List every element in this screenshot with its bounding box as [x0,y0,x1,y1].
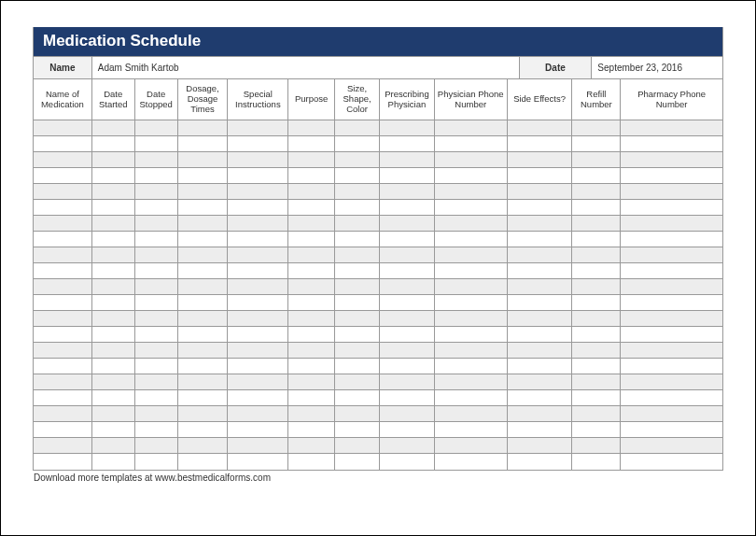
table-cell [34,454,92,470]
table-cell [621,184,722,200]
table-cell [34,200,92,216]
table-cell [135,279,178,295]
table-cell [335,279,380,295]
table-cell [92,374,135,390]
table-cell [621,247,722,263]
table-row [34,374,722,390]
table-cell [621,406,722,422]
table-cell [335,168,380,184]
table-cell [508,406,573,422]
table-cell [380,152,435,168]
table-cell [288,232,335,247]
table-cell [508,247,573,263]
table-cell [380,327,435,343]
table-cell [380,247,435,263]
table-cell [288,390,335,406]
data-body [34,120,722,470]
table-cell [435,184,508,200]
table-cell [178,168,229,184]
column-headers-row: Name of Medication Date Started Date Sto… [34,79,722,120]
table-cell [228,390,288,406]
table-cell [178,343,229,359]
table-cell [380,232,435,247]
table-cell [335,422,380,438]
table-row [34,359,722,374]
table-cell [621,311,722,327]
table-cell [288,406,335,422]
table-cell [621,152,722,168]
table-cell [34,295,92,311]
table-cell [34,438,92,454]
table-cell [508,232,573,247]
table-cell [92,168,135,184]
column-header: Prescribing Physician [380,79,435,120]
table-cell [228,152,288,168]
table-cell [178,422,229,438]
table-cell [288,343,335,359]
table-cell [288,120,335,136]
table-cell [435,232,508,247]
table-cell [228,184,288,200]
table-cell [34,263,92,279]
table-cell [572,438,621,454]
table-cell [135,374,178,390]
table-cell [508,279,573,295]
table-cell [508,374,573,390]
table-cell [435,454,508,470]
table-cell [380,216,435,232]
table-cell [508,216,573,232]
table-cell [34,216,92,232]
table-cell [435,216,508,232]
table-cell [34,343,92,359]
table-cell [228,422,288,438]
table-cell [228,295,288,311]
table-cell [621,374,722,390]
table-row [34,406,722,422]
table-cell [335,200,380,216]
table-cell [335,184,380,200]
table-cell [288,454,335,470]
table-cell [435,438,508,454]
table-cell [380,168,435,184]
table-cell [92,200,135,216]
table-cell [34,406,92,422]
table-cell [228,279,288,295]
footer-text: Download more templates at www.bestmedic… [33,471,723,483]
table-cell [178,279,229,295]
table-cell [178,232,229,247]
table-cell [92,152,135,168]
table-cell [572,454,621,470]
table-cell [34,168,92,184]
table-cell [288,279,335,295]
table-cell [92,232,135,247]
table-row [34,295,722,311]
table-cell [435,390,508,406]
table-cell [34,390,92,406]
table-cell [572,136,621,152]
table-cell [435,359,508,374]
table-cell [178,359,229,374]
table-cell [178,200,229,216]
table-cell [335,454,380,470]
table-cell [335,152,380,168]
table-cell [288,438,335,454]
table-cell [508,136,573,152]
table-cell [228,120,288,136]
column-header: Date Started [92,79,135,120]
table-cell [572,390,621,406]
table-cell [178,438,229,454]
table-row [34,232,722,247]
table-cell [288,422,335,438]
table-cell [508,311,573,327]
table-cell [135,184,178,200]
table-cell [135,454,178,470]
table-row [34,136,722,152]
table-cell [92,295,135,311]
table-cell [335,232,380,247]
table-cell [92,184,135,200]
table-row [34,422,722,438]
table-cell [178,406,229,422]
date-label: Date [520,57,593,79]
table-cell [335,120,380,136]
document-page: Medication Schedule Name Adam Smith Kart… [0,0,756,536]
